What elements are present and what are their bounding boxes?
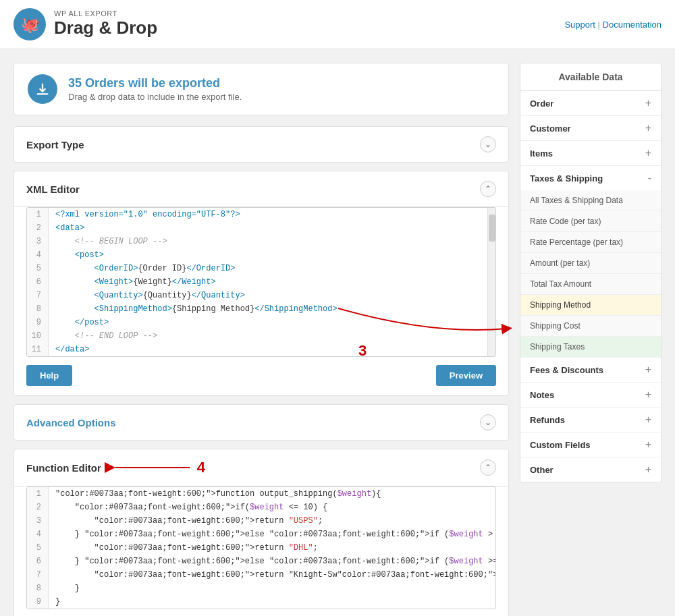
xml-editor-toggle[interactable]: ⌃ xyxy=(480,181,496,197)
fn-line: 5 "color:#0073aa;font-weight:600;">retur… xyxy=(27,541,495,555)
data-category-toggle-custom_fields[interactable]: + xyxy=(645,439,651,450)
svg-text:🐙: 🐙 xyxy=(21,16,40,34)
data-sub-item[interactable]: Rate Code (per tax) xyxy=(520,211,661,232)
info-text: 35 Orders will be exported Drag & drop d… xyxy=(68,76,242,102)
preview-button[interactable]: Preview xyxy=(436,365,496,386)
available-data-title: Available Data xyxy=(520,63,662,91)
fn-line-code: } "color:#0073aa;font-weight:600;">else … xyxy=(49,528,496,541)
data-sub-item[interactable]: All Taxes & Shipping Data xyxy=(520,190,661,211)
fn-line: 8 } xyxy=(27,582,495,595)
line-code: <Weight>{Weight}</Weight> xyxy=(49,275,216,289)
code-area[interactable]: 1<?xml version="1.0" encoding="UTF-8"?>2… xyxy=(26,207,496,357)
data-sub-item[interactable]: Shipping Method xyxy=(520,295,661,316)
data-category-name-order: Order xyxy=(530,99,554,109)
xml-editor-title: XML Editor xyxy=(26,184,80,195)
data-category-name-other: Other xyxy=(530,465,554,475)
data-category-custom_fields: Custom Fields+ xyxy=(520,432,661,457)
data-category-header-refunds[interactable]: Refunds+ xyxy=(520,408,661,432)
data-category-toggle-items[interactable]: + xyxy=(645,148,651,159)
data-category-toggle-other[interactable]: + xyxy=(645,464,651,475)
xml-line: 9 </post> xyxy=(27,316,495,329)
scrollbar-thumb[interactable] xyxy=(489,215,495,242)
xml-editor-header[interactable]: XML Editor ⌃ xyxy=(14,171,508,207)
header-links: Support | Documentation xyxy=(564,20,662,30)
data-sub-item[interactable]: Shipping Taxes xyxy=(520,337,661,357)
export-type-header[interactable]: Export Type ⌄ xyxy=(14,127,508,162)
line-number: 3 xyxy=(27,235,49,248)
xml-line: 3 <!-- BEGIN LOOP --> xyxy=(27,235,495,248)
export-type-panel: Export Type ⌄ xyxy=(14,126,509,163)
function-editor-toggle[interactable]: ⌃ xyxy=(480,459,496,476)
fn-line: 1"color:#0073aa;font-weight:600;">functi… xyxy=(27,487,495,501)
data-category-header-fees_discounts[interactable]: Fees & Discounts+ xyxy=(520,358,661,382)
data-category-name-notes: Notes xyxy=(530,390,554,400)
line-number: 5 xyxy=(27,262,49,275)
data-category-toggle-fees_discounts[interactable]: + xyxy=(645,364,651,375)
available-data-section: Order+Customer+Items+Taxes & Shipping-Al… xyxy=(520,91,662,482)
data-category-header-items[interactable]: Items+ xyxy=(520,141,661,165)
xml-line: 5 <OrderID>{Order ID}</OrderID> xyxy=(27,262,495,275)
support-link[interactable]: Support xyxy=(564,20,595,30)
data-category-toggle-customer[interactable]: + xyxy=(645,123,651,134)
line-code: <post> xyxy=(49,248,104,262)
data-category-toggle-taxes_shipping[interactable]: - xyxy=(648,173,651,184)
right-panel: Available Data Order+Customer+Items+Taxe… xyxy=(520,63,662,616)
fn-line: 9} xyxy=(27,595,495,609)
advanced-options-title: Advanced Options xyxy=(26,417,116,428)
data-category-name-fees_discounts: Fees & Discounts xyxy=(530,365,603,375)
data-sub-item[interactable]: Total Tax Amount xyxy=(520,274,661,295)
function-code-area[interactable]: 1"color:#0073aa;font-weight:600;">functi… xyxy=(26,486,496,609)
fn-line: 6 } "color:#0073aa;font-weight:600;">els… xyxy=(27,555,495,568)
data-category-toggle-notes[interactable]: + xyxy=(645,389,651,400)
line-code: <Quantity>{Quantity}</Quantity> xyxy=(49,289,245,302)
logo-icon: 🐙 xyxy=(14,8,46,40)
data-sub-items-taxes_shipping: All Taxes & Shipping DataRate Code (per … xyxy=(520,190,661,357)
documentation-link[interactable]: Documentation xyxy=(603,20,662,30)
data-category-header-other[interactable]: Other+ xyxy=(520,457,661,482)
fn-line-number: 3 xyxy=(27,514,49,528)
fn-line-number: 9 xyxy=(27,595,49,609)
data-category-toggle-order[interactable]: + xyxy=(645,98,651,109)
data-sub-item[interactable]: Rate Percentage (per tax) xyxy=(520,232,661,253)
data-category-header-customer[interactable]: Customer+ xyxy=(520,116,661,140)
xml-line: 6 <Weight>{Weight}</Weight> xyxy=(27,275,495,289)
line-number: 10 xyxy=(27,329,49,343)
data-sub-item[interactable]: Shipping Cost xyxy=(520,316,661,337)
annotation-num-4: 4 xyxy=(197,459,205,476)
data-sub-item[interactable]: Amount (per tax) xyxy=(520,253,661,274)
advanced-options-panel: Advanced Options ⌄ xyxy=(14,404,509,441)
data-category-header-notes[interactable]: Notes+ xyxy=(520,383,661,407)
line-number: 11 xyxy=(27,343,49,356)
title-group: WP ALL EXPORT Drag & Drop xyxy=(54,9,157,38)
data-category-header-order[interactable]: Order+ xyxy=(520,91,661,115)
line-code: <!-- BEGIN LOOP --> xyxy=(49,235,167,248)
line-number: 4 xyxy=(27,248,49,262)
data-category-toggle-refunds[interactable]: + xyxy=(645,414,651,425)
annotation-4-group: 4 xyxy=(112,459,205,476)
advanced-options-header[interactable]: Advanced Options ⌄ xyxy=(14,405,508,440)
scrollbar-track[interactable] xyxy=(487,208,495,356)
advanced-options-toggle[interactable]: ⌄ xyxy=(480,414,496,430)
data-category-name-custom_fields: Custom Fields xyxy=(530,440,591,450)
function-code-lines: 1"color:#0073aa;font-weight:600;">functi… xyxy=(27,487,495,609)
help-button[interactable]: Help xyxy=(26,365,72,386)
separator: | xyxy=(595,20,603,30)
export-type-toggle[interactable]: ⌄ xyxy=(480,136,496,152)
data-category-order: Order+ xyxy=(520,91,661,116)
data-category-header-custom_fields[interactable]: Custom Fields+ xyxy=(520,432,661,457)
fn-line-number: 6 xyxy=(27,555,49,568)
fn-line-number: 8 xyxy=(27,582,49,595)
logo-area: 🐙 WP ALL EXPORT Drag & Drop xyxy=(14,8,157,40)
export-icon xyxy=(28,74,57,104)
code-buttons: Help Preview xyxy=(14,365,508,395)
function-editor-panel: Function Editor 4 ⌃ xyxy=(14,449,509,616)
xml-line: 10 <!-- END LOOP --> xyxy=(27,329,495,343)
data-category-fees_discounts: Fees & Discounts+ xyxy=(520,358,661,383)
function-editor-header[interactable]: Function Editor 4 ⌃ xyxy=(14,449,508,486)
export-subtext: Drag & drop data to include in the expor… xyxy=(68,92,242,102)
data-category-header-taxes_shipping[interactable]: Taxes & Shipping- xyxy=(520,166,661,190)
data-category-refunds: Refunds+ xyxy=(520,408,661,432)
fn-line: 2 "color:#0073aa;font-weight:600;">if($w… xyxy=(27,501,495,514)
data-category-customer: Customer+ xyxy=(520,116,661,141)
data-category-name-refunds: Refunds xyxy=(530,415,565,425)
